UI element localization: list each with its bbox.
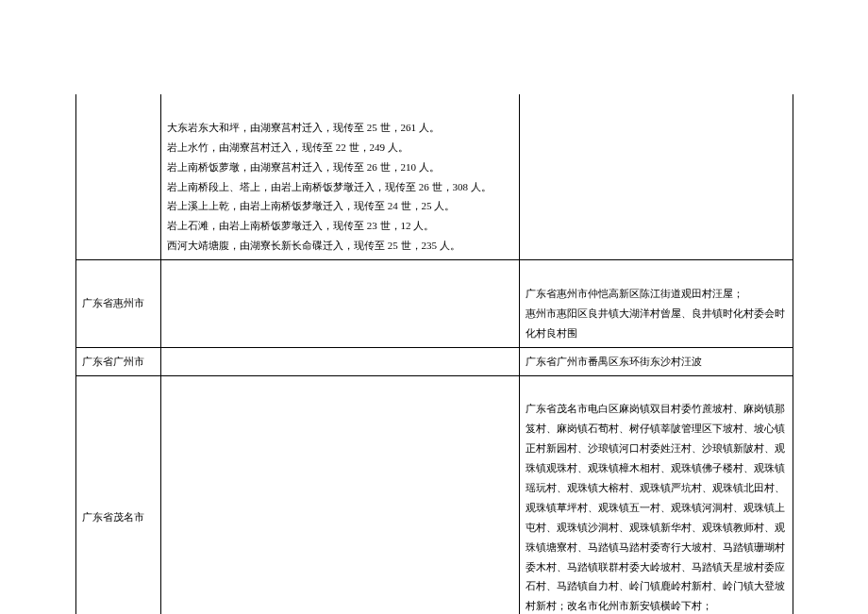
region-table: 大东岩东大和坪，由湖寮莒村迁入，现传至 25 世，261 人。 岩上水竹，由湖寮… xyxy=(75,94,793,614)
detail-left-cell: 大东岩东大和坪，由湖寮莒村迁入，现传至 25 世，261 人。 岩上水竹，由湖寮… xyxy=(161,94,520,260)
table-row: 广东省惠州市 广东省惠州市仲恺高新区陈江街道观田村汪屋； 惠州市惠阳区良井镇大湖… xyxy=(76,260,793,348)
table-row: 大东岩东大和坪，由湖寮莒村迁入，现传至 25 世，261 人。 岩上水竹，由湖寮… xyxy=(76,94,793,260)
region-cell: 广东省广州市 xyxy=(76,347,161,375)
region-cell xyxy=(76,94,161,260)
document-page: 大东岩东大和坪，由湖寮莒村迁入，现传至 25 世，261 人。 岩上水竹，由湖寮… xyxy=(0,0,868,614)
table-row: 广东省广州市 广东省广州市番禺区东环街东沙村汪波 xyxy=(76,347,793,375)
region-cell: 广东省惠州市 xyxy=(76,260,161,348)
detail-right-cell: 广东省惠州市仲恺高新区陈江街道观田村汪屋； 惠州市惠阳区良井镇大湖洋村曾屋、良井… xyxy=(520,260,793,348)
detail-left-text: 大东岩东大和坪，由湖寮莒村迁入，现传至 25 世，261 人。 岩上水竹，由湖寮… xyxy=(167,122,492,251)
detail-right-cell: 广东省广州市番禺区东环街东沙村汪波 xyxy=(520,347,793,375)
region-text: 广东省惠州市 xyxy=(82,297,144,308)
detail-left-cell xyxy=(161,347,520,375)
region-cell: 广东省茂名市 xyxy=(76,375,161,614)
detail-right-cell: 广东省茂名市电白区麻岗镇双目村委竹蔗坡村、麻岗镇那笈村、麻岗镇石荀村、树仔镇莘陂… xyxy=(520,375,793,614)
detail-right-text: 广东省惠州市仲恺高新区陈江街道观田村汪屋； 惠州市惠阳区良井镇大湖洋村曾屋、良井… xyxy=(526,288,785,339)
region-text: 广东省广州市 xyxy=(82,356,144,367)
detail-left-cell xyxy=(161,260,520,348)
detail-left-cell xyxy=(161,375,520,614)
region-text: 广东省茂名市 xyxy=(82,511,144,523)
detail-right-text: 广东省茂名市电白区麻岗镇双目村委竹蔗坡村、麻岗镇那笈村、麻岗镇石荀村、树仔镇莘陂… xyxy=(526,403,785,614)
detail-right-text: 广东省广州市番禺区东环街东沙村汪波 xyxy=(526,356,702,367)
detail-right-cell xyxy=(520,94,793,260)
table-row: 广东省茂名市 广东省茂名市电白区麻岗镇双目村委竹蔗坡村、麻岗镇那笈村、麻岗镇石荀… xyxy=(76,375,793,614)
